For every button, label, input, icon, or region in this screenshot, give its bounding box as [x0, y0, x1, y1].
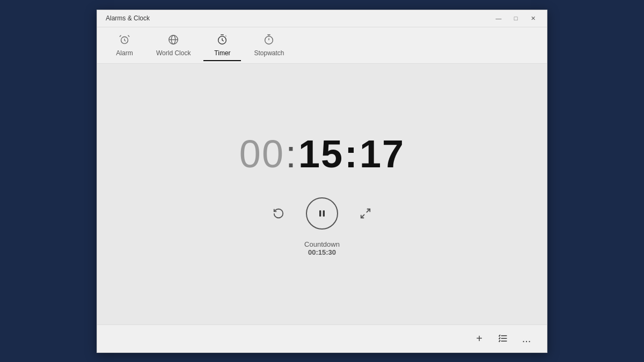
timer-controls [273, 197, 371, 230]
footer: + ... [97, 324, 547, 352]
countdown-label: Countdown [304, 240, 340, 248]
svg-point-5 [265, 36, 273, 44]
timer-seconds: 17 [360, 132, 405, 176]
app-window: Alarms & Clock — □ ✕ Alarm [97, 10, 547, 353]
reset-icon [273, 208, 284, 219]
tab-timer[interactable]: Timer [203, 29, 241, 61]
tab-stopwatch-label: Stopwatch [254, 49, 284, 57]
countdown-info: Countdown 00:15:30 [304, 240, 340, 256]
timer-display: 00 : 15 : 17 [239, 132, 405, 176]
main-content: 00 : 15 : 17 [97, 64, 547, 324]
timer-minutes: 15 [298, 132, 343, 176]
countdown-time: 00:15:30 [308, 248, 336, 256]
tab-stopwatch[interactable]: Stopwatch [245, 29, 292, 61]
add-button[interactable]: + [470, 329, 489, 348]
close-button[interactable]: ✕ [525, 13, 540, 24]
tab-worldclock-label: World Clock [156, 49, 191, 57]
maximize-button[interactable]: □ [508, 13, 523, 24]
alarm-icon [119, 34, 130, 48]
svg-rect-6 [319, 210, 321, 217]
add-icon: + [476, 333, 482, 345]
svg-rect-7 [323, 210, 325, 217]
timer-colon1: : [286, 132, 297, 176]
tab-alarm[interactable]: Alarm [106, 29, 143, 61]
tab-alarm-label: Alarm [116, 49, 133, 57]
timer-hours: 00 [239, 132, 284, 176]
list-button[interactable] [493, 329, 513, 348]
stopwatch-icon [263, 34, 275, 48]
tab-worldclock[interactable]: World Clock [148, 29, 199, 61]
more-button[interactable]: ... [517, 329, 536, 348]
expand-icon [360, 208, 371, 219]
expand-button[interactable] [360, 208, 371, 219]
titlebar-title: Alarms & Clock [106, 14, 150, 22]
titlebar: Alarms & Clock — □ ✕ [97, 10, 547, 27]
worldclock-icon [167, 34, 179, 48]
more-icon: ... [522, 333, 531, 345]
pause-icon [317, 208, 327, 219]
minimize-button[interactable]: — [491, 13, 506, 24]
titlebar-controls: — □ ✕ [491, 13, 540, 24]
list-icon [497, 333, 508, 344]
tab-timer-label: Timer [214, 49, 230, 57]
timer-icon [216, 34, 228, 48]
timer-colon2: : [345, 132, 358, 176]
reset-button[interactable] [273, 208, 284, 219]
navbar: Alarm World Clock Timer [97, 27, 547, 64]
pause-button[interactable] [306, 197, 338, 230]
